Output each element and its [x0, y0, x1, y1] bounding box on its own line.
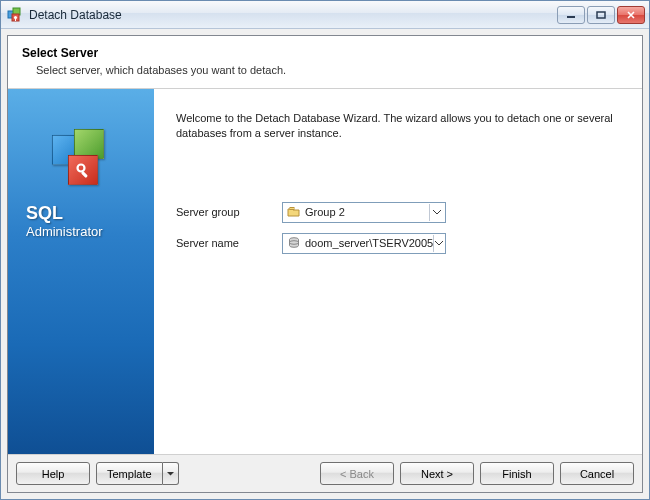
help-button[interactable]: Help: [16, 462, 90, 485]
server-name-label: Server name: [176, 237, 282, 249]
intro-text: Welcome to the Detach Database Wizard. T…: [176, 111, 620, 142]
template-dropdown-button[interactable]: [163, 462, 179, 485]
app-icon: [7, 7, 23, 23]
logo-square-red: [68, 155, 98, 185]
product-name-line2: Administrator: [26, 224, 136, 239]
folder-icon: [287, 205, 301, 219]
product-name-line1: SQL: [26, 203, 136, 224]
svg-rect-4: [15, 18, 16, 21]
cancel-button[interactable]: Cancel: [560, 462, 634, 485]
row-server-name: Server name doom_server\TSERV2005: [176, 233, 620, 254]
svg-rect-6: [597, 12, 605, 18]
window-title: Detach Database: [29, 8, 557, 22]
wizard-body: SQL Administrator Welcome to the Detach …: [8, 89, 642, 454]
wizard-sidebar: SQL Administrator: [8, 89, 154, 454]
server-name-value: doom_server\TSERV2005: [305, 237, 433, 249]
wizard-main: Welcome to the Detach Database Wizard. T…: [154, 89, 642, 454]
next-button[interactable]: Next >: [400, 462, 474, 485]
server-name-combo[interactable]: doom_server\TSERV2005: [282, 233, 446, 254]
template-button[interactable]: Template: [96, 462, 163, 485]
chevron-down-icon[interactable]: [433, 235, 443, 252]
template-split-button: Template: [96, 462, 179, 485]
product-name: SQL Administrator: [26, 203, 136, 239]
chevron-down-icon[interactable]: [429, 204, 443, 221]
minimize-button[interactable]: [557, 6, 585, 24]
svg-rect-9: [290, 208, 294, 210]
server-group-value: Group 2: [305, 206, 429, 218]
back-button[interactable]: < Back: [320, 462, 394, 485]
wizard-header: Select Server Select server, which datab…: [8, 36, 642, 89]
titlebar[interactable]: Detach Database: [1, 1, 649, 29]
page-title: Select Server: [22, 46, 628, 60]
finish-button[interactable]: Finish: [480, 462, 554, 485]
svg-rect-5: [567, 16, 575, 18]
wizard-footer: Help Template < Back Next > Finish Cance…: [8, 454, 642, 492]
dialog-window: Detach Database Select Server Select ser…: [0, 0, 650, 500]
close-button[interactable]: [617, 6, 645, 24]
svg-rect-8: [81, 171, 88, 178]
product-logo: [46, 129, 116, 193]
svg-point-7: [78, 165, 85, 172]
server-group-label: Server group: [176, 206, 282, 218]
client-area: Select Server Select server, which datab…: [7, 35, 643, 493]
page-subtitle: Select server, which databases you want …: [22, 64, 628, 76]
maximize-button[interactable]: [587, 6, 615, 24]
window-controls: [557, 6, 645, 24]
row-server-group: Server group Group 2: [176, 202, 620, 223]
server-group-combo[interactable]: Group 2: [282, 202, 446, 223]
database-icon: [287, 236, 301, 250]
